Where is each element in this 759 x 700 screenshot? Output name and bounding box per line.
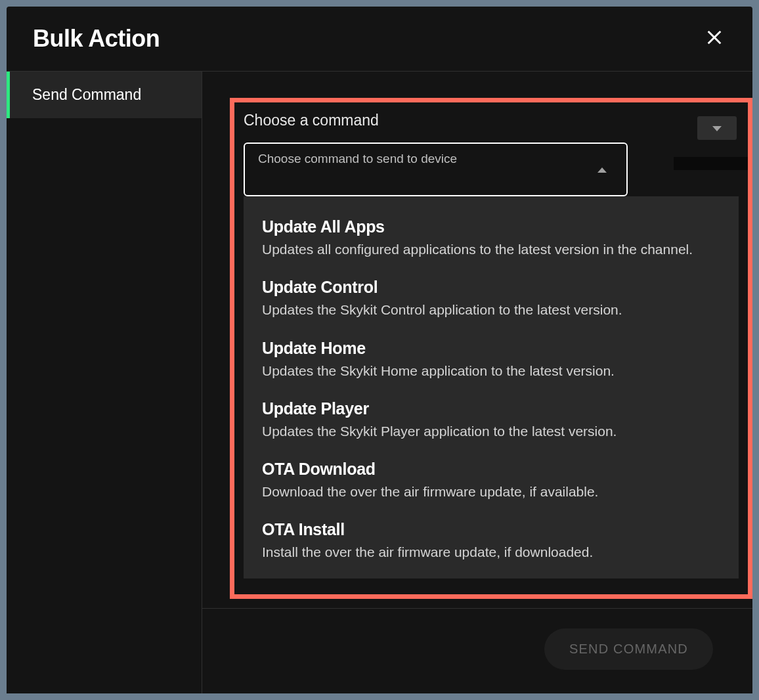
command-section: Choose a command Choose command to send … bbox=[244, 112, 739, 579]
option-title: Update Control bbox=[262, 278, 720, 297]
sidebar: Send Command bbox=[7, 72, 202, 693]
option-desc: Download the over the air firmware updat… bbox=[262, 483, 720, 500]
modal-title: Bulk Action bbox=[33, 25, 160, 53]
modal-header: Bulk Action bbox=[7, 7, 752, 72]
option-ota-download[interactable]: OTA Download Download the over the air f… bbox=[244, 452, 739, 512]
chevron-up-icon bbox=[597, 164, 607, 175]
option-desc: Updates the Skykit Control application t… bbox=[262, 301, 720, 318]
command-label: Choose a command bbox=[244, 112, 739, 129]
option-title: Update Home bbox=[262, 339, 720, 358]
option-update-all-apps[interactable]: Update All Apps Updates all configured a… bbox=[244, 209, 739, 270]
close-icon bbox=[705, 28, 724, 51]
highlight-box: Choose a command Choose command to send … bbox=[230, 98, 752, 599]
option-title: Update Player bbox=[262, 399, 720, 418]
svg-marker-3 bbox=[597, 167, 607, 173]
bulk-action-modal: Bulk Action Send Command bbox=[7, 7, 752, 693]
option-update-player[interactable]: Update Player Updates the Skykit Player … bbox=[244, 391, 739, 452]
sidebar-item-send-command[interactable]: Send Command bbox=[7, 72, 202, 118]
option-title: OTA Download bbox=[262, 460, 720, 479]
sidebar-item-label: Send Command bbox=[32, 86, 141, 103]
content-area: Choose a command Choose command to send … bbox=[202, 72, 752, 693]
option-desc: Updates all configured applications to t… bbox=[262, 240, 720, 258]
command-select[interactable]: Choose command to send to device bbox=[244, 142, 628, 196]
command-dropdown-list: Update All Apps Updates all configured a… bbox=[244, 196, 739, 579]
option-update-home[interactable]: Update Home Updates the Skykit Home appl… bbox=[244, 331, 739, 391]
option-ota-install[interactable]: OTA Install Install the over the air fir… bbox=[244, 512, 739, 573]
option-title: OTA Install bbox=[262, 520, 720, 539]
option-update-control[interactable]: Update Control Updates the Skykit Contro… bbox=[244, 270, 739, 330]
send-command-button[interactable]: SEND COMMAND bbox=[544, 628, 713, 670]
option-title: Update All Apps bbox=[262, 217, 720, 236]
option-desc: Updates the Skykit Home application to t… bbox=[262, 362, 720, 380]
close-button[interactable] bbox=[703, 26, 726, 53]
option-desc: Install the over the air firmware update… bbox=[262, 543, 720, 561]
option-desc: Updates the Skykit Player application to… bbox=[262, 422, 720, 440]
modal-footer: SEND COMMAND bbox=[202, 608, 752, 693]
modal-body: Send Command Choose a command Choose com… bbox=[7, 72, 752, 693]
select-placeholder: Choose command to send to device bbox=[258, 152, 457, 166]
